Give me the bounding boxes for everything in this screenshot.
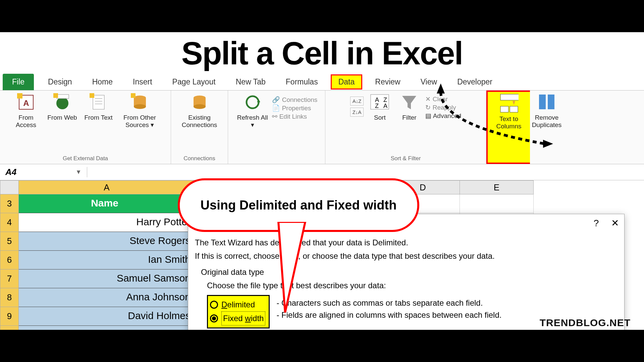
col-header-a[interactable]: A (19, 180, 195, 194)
access-icon: A (16, 93, 36, 112)
cell-a8[interactable]: Anna Johnson (19, 288, 195, 307)
page-title: Split a Cell in Excel (0, 32, 644, 74)
letterbox-bottom (0, 330, 644, 362)
tab-formulas[interactable]: Formulas (276, 74, 328, 90)
cell-e3[interactable] (460, 194, 534, 213)
edit-links[interactable]: ⚯Edit Links (272, 113, 318, 120)
dropdown-icon[interactable]: ▼ (75, 169, 82, 176)
refresh-all-button[interactable]: Refresh All ▾ (236, 93, 269, 129)
properties-link[interactable]: 📄Properties (272, 104, 318, 112)
svg-rect-2 (17, 93, 22, 99)
reapply-icon: ↻ (425, 104, 431, 111)
svg-point-18 (247, 96, 259, 108)
row-header-8[interactable]: 8 (0, 288, 19, 307)
refresh-icon (243, 93, 262, 112)
ribbon: AFrom Access From Web From Text From Oth… (0, 90, 644, 164)
chain-icon: ⚯ (272, 113, 277, 120)
cell-a5[interactable]: Steve Rogers (19, 232, 195, 251)
cell-a7[interactable]: Samuel Samson (19, 269, 195, 288)
col-header-e[interactable]: E (460, 180, 534, 194)
link-icon: 🔗 (272, 96, 280, 104)
select-all-corner[interactable] (0, 180, 19, 194)
radio-fixed-width[interactable]: Fixed widthFixed width (210, 311, 265, 325)
existing-connections-button[interactable]: Existing Connections (174, 93, 225, 129)
svg-point-3 (56, 97, 68, 109)
formula-bar-row: A4 ▼ (0, 164, 644, 180)
svg-text:A: A (375, 97, 379, 103)
svg-text:A: A (23, 99, 29, 108)
svg-rect-4 (57, 95, 69, 99)
watermark: TRENDBLOG.NET (540, 317, 631, 328)
svg-marker-34 (543, 140, 553, 148)
callout-annotation: Using Delimited and Fixed width (178, 178, 419, 232)
svg-text:A: A (383, 103, 387, 109)
row-header-4[interactable]: 4 (0, 213, 19, 232)
radio-icon-selected (210, 314, 218, 322)
radio-icon (210, 301, 218, 309)
cell-a4[interactable]: Harry Potter (19, 213, 195, 232)
cell-a3[interactable]: Name (19, 194, 195, 213)
sort-za-icon[interactable]: Z↓A (350, 108, 364, 117)
group-label-conn: Connections (183, 154, 215, 163)
svg-marker-35 (278, 222, 305, 312)
row-header-5[interactable]: 5 (0, 232, 19, 251)
annotation-arrow (431, 78, 558, 162)
from-text-button[interactable]: From Text (82, 93, 115, 121)
globe-icon (53, 93, 72, 112)
group-label-ged: Get External Data (63, 154, 108, 163)
clear-icon: ✕ (425, 96, 431, 103)
tab-insert[interactable]: Insert (123, 74, 162, 90)
cell-a9[interactable]: David Holmes (19, 307, 195, 326)
tab-data[interactable]: Data (331, 74, 363, 89)
filter-button[interactable]: Filter (396, 93, 423, 121)
tab-file[interactable]: File (3, 74, 34, 90)
radio-delimited[interactable]: DDelimitedelimited (210, 298, 265, 311)
svg-point-17 (194, 104, 206, 109)
letterbox-top (0, 0, 644, 32)
props-icon: 📄 (272, 104, 280, 112)
svg-text:Z: Z (375, 103, 379, 109)
from-web-button[interactable]: From Web (46, 93, 79, 121)
connections-icon (190, 93, 209, 112)
sort-icon: AZZA (370, 93, 389, 112)
sort-button[interactable]: AZZASort (366, 93, 393, 121)
tab-new-tab[interactable]: New Tab (226, 74, 276, 90)
tab-review[interactable]: Review (365, 74, 410, 90)
svg-rect-6 (93, 95, 104, 109)
svg-marker-33 (437, 83, 445, 94)
svg-text:Z: Z (383, 97, 387, 103)
from-other-sources-button[interactable]: From Other Sources ▾ (118, 93, 162, 129)
svg-marker-25 (402, 96, 416, 109)
tab-home[interactable]: Home (82, 74, 123, 90)
row-header-7[interactable]: 7 (0, 269, 19, 288)
sort-az-icon[interactable]: A↓Z (350, 97, 364, 106)
dialog-help-button[interactable]: ? (594, 218, 599, 228)
svg-rect-10 (90, 93, 94, 98)
row-header-6[interactable]: 6 (0, 251, 19, 269)
cell-a6[interactable]: Ian Smith (19, 251, 195, 269)
row-header-3[interactable]: 3 (0, 194, 19, 213)
text-file-icon (89, 93, 108, 112)
group-label-sortfilter: Sort & Filter (391, 154, 421, 163)
name-box[interactable]: A4 ▼ (0, 167, 87, 177)
connections-link[interactable]: 🔗Connections (272, 96, 318, 104)
dialog-close-button[interactable]: ✕ (611, 218, 619, 228)
from-access-button[interactable]: AFrom Access (9, 93, 43, 129)
database-icon (130, 93, 150, 112)
svg-rect-5 (53, 93, 58, 98)
funnel-icon (399, 93, 419, 112)
svg-rect-14 (131, 93, 136, 98)
connections-list: 🔗Connections 📄Properties ⚯Edit Links (272, 93, 318, 120)
row-header-9[interactable]: 9 (0, 307, 19, 326)
tab-design[interactable]: Design (38, 74, 82, 90)
svg-point-13 (134, 104, 146, 109)
tab-page-layout[interactable]: Page Layout (162, 74, 226, 90)
